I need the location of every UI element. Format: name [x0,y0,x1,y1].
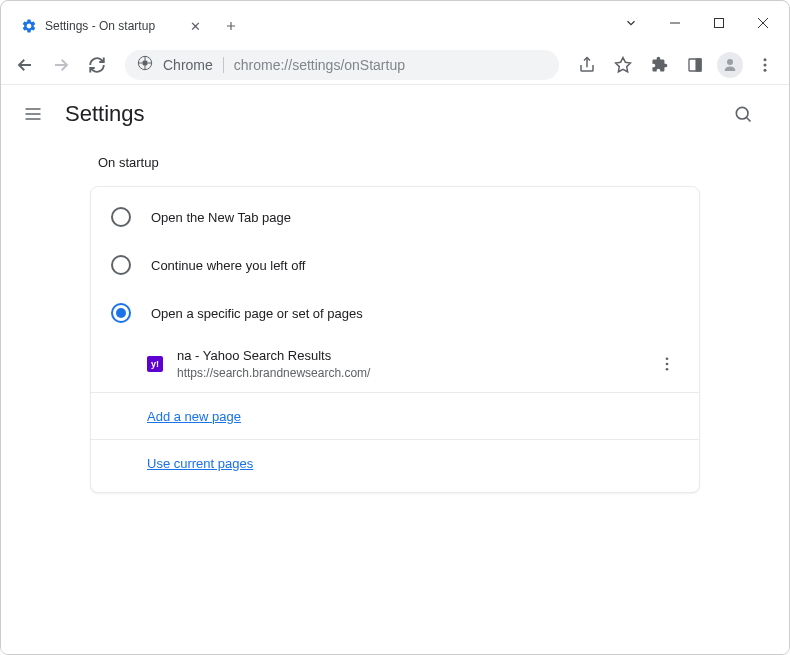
svg-point-22 [764,58,767,61]
radio-icon [111,207,131,227]
url-scheme: Chrome [163,57,213,73]
browser-toolbar: Chrome chrome://settings/onStartup [1,45,789,85]
svg-point-21 [727,59,733,65]
svg-point-23 [764,63,767,66]
radio-label: Open a specific page or set of pages [151,306,363,321]
on-startup-section: On startup Open the New Tab page Continu… [80,155,710,493]
radio-icon [111,255,131,275]
share-icon[interactable] [573,51,601,79]
radio-icon [111,303,131,323]
use-current-row: Use current pages [91,439,699,486]
settings-header: Settings [1,85,789,143]
hamburger-menu-icon[interactable] [21,102,45,126]
page-title: Settings [65,101,711,127]
site-info-icon[interactable] [137,55,153,75]
startup-card: Open the New Tab page Continue where you… [90,186,700,493]
add-new-page-link[interactable]: Add a new page [147,409,241,424]
svg-rect-5 [715,19,724,28]
more-actions-icon[interactable] [655,355,679,373]
radio-label: Continue where you left off [151,258,305,273]
radio-label: Open the New Tab page [151,210,291,225]
sidepanel-icon[interactable] [681,51,709,79]
page-entry-title: na - Yahoo Search Results [177,347,641,365]
svg-point-31 [666,363,669,366]
menu-icon[interactable] [751,51,779,79]
use-current-pages-link[interactable]: Use current pages [147,456,253,471]
startup-page-row: y! na - Yahoo Search Results https://sea… [91,337,699,392]
chevron-down-icon[interactable] [609,8,653,38]
svg-point-24 [764,68,767,71]
search-icon[interactable] [731,102,755,126]
svg-marker-17 [616,57,631,71]
yahoo-favicon-icon: y! [147,356,163,372]
window-titlebar [1,1,789,45]
add-page-row: Add a new page [91,392,699,439]
bookmark-icon[interactable] [609,51,637,79]
minimize-button[interactable] [653,8,697,38]
svg-point-11 [142,60,147,65]
divider [223,57,224,73]
page-entry-url: https://search.brandnewsearch.com/ [177,365,641,382]
radio-option-continue[interactable]: Continue where you left off [91,241,699,289]
svg-line-29 [747,118,751,122]
radio-option-specific-pages[interactable]: Open a specific page or set of pages [91,289,699,337]
address-bar[interactable]: Chrome chrome://settings/onStartup [125,50,559,80]
page-info: na - Yahoo Search Results https://search… [177,347,641,382]
svg-point-32 [666,368,669,371]
svg-point-30 [666,358,669,361]
svg-rect-20 [696,59,701,71]
page-content: Settings On startup Open the New Tab pag… [1,85,789,654]
maximize-button[interactable] [697,8,741,38]
url-text: chrome://settings/onStartup [234,57,405,73]
section-title: On startup [98,155,700,170]
svg-point-28 [736,107,748,119]
radio-option-new-tab[interactable]: Open the New Tab page [91,193,699,241]
back-button[interactable] [11,51,39,79]
reload-button[interactable] [83,51,111,79]
close-window-button[interactable] [741,8,785,38]
profile-avatar[interactable] [717,52,743,78]
forward-button[interactable] [47,51,75,79]
extensions-icon[interactable] [645,51,673,79]
